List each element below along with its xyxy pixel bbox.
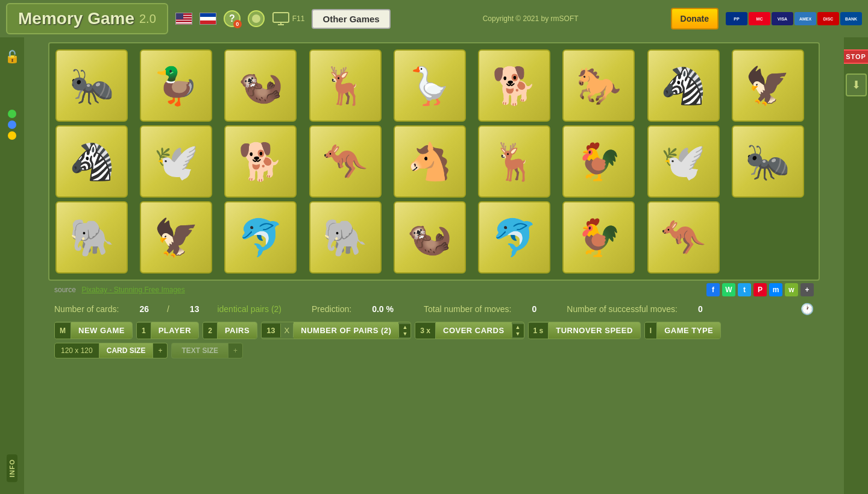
cover-up[interactable]: ▲: [512, 324, 524, 331]
new-game-prefix: M: [55, 323, 71, 339]
stop-button[interactable]: STOP: [840, 49, 868, 64]
messenger-icon[interactable]: m: [769, 283, 782, 296]
num-pairs-arrows: ▲ ▼: [398, 324, 410, 337]
text-size-arrow[interactable]: +: [228, 343, 243, 358]
turnover-button[interactable]: TURNOVER SPEED: [549, 322, 640, 339]
whatsapp-icon[interactable]: W: [722, 283, 735, 296]
num-pairs-number: 13: [262, 324, 280, 337]
flag-us-icon[interactable]: [175, 13, 192, 25]
cards-identical: identical pairs (2): [217, 304, 281, 314]
card-13-content: 🦘: [310, 127, 380, 196]
donate-button[interactable]: Donate: [671, 8, 719, 30]
traffic-lights: [8, 110, 16, 140]
card-13[interactable]: 🦘: [309, 125, 382, 198]
turnover-group: 1 s TURNOVER SPEED: [528, 322, 641, 339]
pinterest-icon[interactable]: P: [753, 283, 767, 296]
card-9[interactable]: 🦅: [732, 49, 804, 122]
card-3[interactable]: 🦦: [224, 49, 297, 122]
pairs-button[interactable]: PAIRS: [218, 322, 257, 339]
card-22-content: 🐘: [310, 202, 380, 272]
card-25-content: 🐓: [564, 202, 634, 272]
card-size-label[interactable]: CARD SIZE: [99, 343, 154, 358]
card-7[interactable]: 🐎: [562, 49, 635, 122]
player-group: 1 PLAYER: [136, 322, 199, 339]
card-size-value: 120 x 120: [54, 343, 99, 358]
card-19[interactable]: 🐘: [55, 201, 128, 274]
card-15[interactable]: 🦌: [478, 125, 550, 198]
card-21[interactable]: 🐬: [224, 201, 297, 274]
source-info: source Pixabay - Stunning Free Images: [54, 286, 185, 294]
card-8-content: 🦓: [649, 51, 719, 120]
cover-group: 3 x COVER CARDS ▲ ▼: [415, 322, 524, 339]
card-size-plus[interactable]: +: [153, 343, 168, 358]
card-16-content: 🐓: [564, 127, 634, 196]
text-size-label[interactable]: TEXT SIZE: [171, 343, 228, 358]
sound-button[interactable]: [248, 10, 265, 27]
card-10[interactable]: 🦓: [55, 125, 128, 198]
card-8[interactable]: 🦓: [647, 49, 720, 122]
fullscreen-label[interactable]: F11: [292, 14, 305, 23]
lock-icon[interactable]: 🔓: [5, 49, 19, 64]
game-type-button[interactable]: GAME TYPE: [657, 322, 720, 339]
card-25[interactable]: 🐓: [562, 201, 635, 274]
card-11[interactable]: 🕊️: [140, 125, 212, 198]
help-button[interactable]: ? 0: [224, 10, 241, 27]
cover-down[interactable]: ▼: [512, 331, 524, 337]
svg-point-0: [252, 14, 260, 23]
other-games-button[interactable]: Other Games: [312, 9, 390, 29]
info-label[interactable]: INFO: [7, 454, 17, 482]
card-17[interactable]: 🕊️: [647, 125, 720, 198]
card-1[interactable]: 🐜: [55, 49, 128, 122]
card-15-content: 🦌: [479, 127, 549, 196]
num-pairs-up[interactable]: ▲: [398, 324, 410, 331]
traffic-blue: [8, 120, 16, 129]
card-1-content: 🐜: [57, 51, 127, 120]
cards-sep: /: [167, 304, 169, 314]
help-badge: 0: [233, 20, 242, 28]
cover-button[interactable]: COVER CARDS: [436, 322, 512, 339]
flag-sl-icon[interactable]: [200, 13, 216, 25]
card-5[interactable]: 🪿: [394, 49, 466, 122]
download-button[interactable]: ⬇: [846, 73, 867, 96]
card-16[interactable]: 🐓: [562, 125, 635, 198]
card-24[interactable]: 🐬: [478, 201, 550, 274]
player-button[interactable]: PLAYER: [151, 322, 199, 339]
card-24-content: 🐬: [479, 202, 549, 272]
card-26[interactable]: 🦘: [647, 201, 720, 274]
new-game-button[interactable]: NEW GAME: [71, 322, 132, 339]
card-17-content: 🕊️: [649, 127, 719, 196]
monitor-icon: [272, 11, 290, 26]
amex-icon: AMEX: [794, 12, 816, 25]
card-18[interactable]: 🐜: [732, 125, 804, 198]
card-4[interactable]: 🦌: [309, 49, 382, 122]
card-18-content: 🐜: [733, 127, 803, 196]
card-20[interactable]: 🦅: [140, 201, 212, 274]
card-2[interactable]: 🦆: [140, 49, 212, 122]
num-pairs-button[interactable]: NUMBER OF PAIRS (2): [294, 322, 398, 339]
prediction-value: 0.0 %: [372, 304, 394, 314]
new-game-group: M NEW GAME: [54, 322, 133, 339]
twitter-icon[interactable]: t: [738, 283, 751, 296]
disc-icon: DISC: [817, 12, 839, 25]
facebook-icon[interactable]: f: [706, 283, 720, 296]
card-22[interactable]: 🐘: [309, 201, 382, 274]
traffic-yellow: [8, 131, 16, 140]
card-14[interactable]: 🐴: [394, 125, 466, 198]
card-23[interactable]: 🦦: [394, 201, 466, 274]
card-12[interactable]: 🐕: [224, 125, 297, 198]
history-icon[interactable]: 🕐: [800, 302, 814, 316]
card-20-content: 🦅: [141, 202, 211, 272]
paypal-icon: PP: [726, 12, 747, 25]
num-pairs-group: 13 X NUMBER OF PAIRS (2) ▲ ▼: [261, 322, 411, 339]
num-pairs-down[interactable]: ▼: [398, 331, 410, 337]
wechat-icon[interactable]: w: [785, 283, 798, 296]
prediction-label: Prediction:: [312, 304, 351, 314]
card-size-control: 120 x 120 CARD SIZE +: [54, 343, 168, 358]
card-26-content: 🦘: [649, 202, 719, 272]
more-share-icon[interactable]: +: [800, 283, 814, 296]
card-6[interactable]: 🐕: [478, 49, 550, 122]
source-link[interactable]: Pixabay - Stunning Free Images: [81, 286, 184, 294]
card-2-content: 🦆: [141, 51, 211, 120]
card-6-content: 🐕: [479, 51, 549, 120]
controls-bar: M NEW GAME 1 PLAYER 2 PAIRS 13 X NUMBER …: [24, 319, 844, 342]
